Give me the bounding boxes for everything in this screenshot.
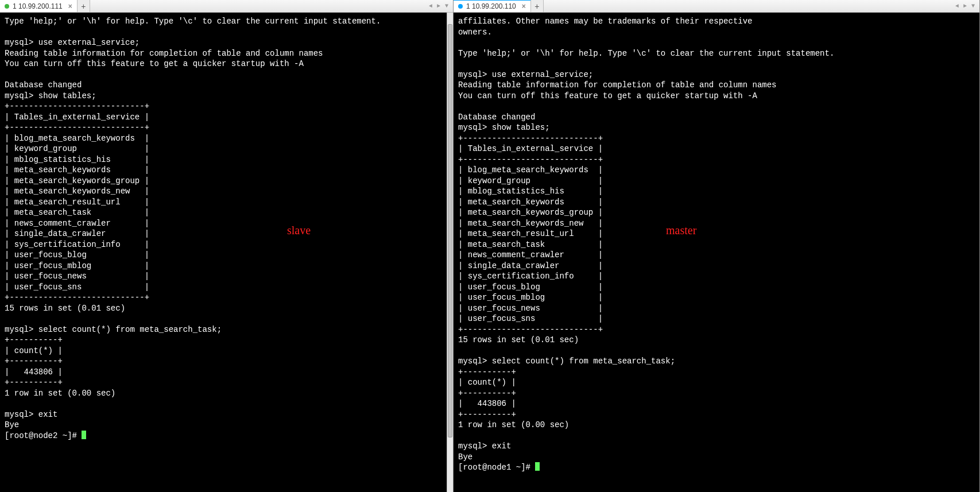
terminal-line: +----------------------------+: [5, 101, 448, 112]
tab-nav-arrows: ◄ ► ▼: [951, 0, 979, 12]
terminal-line: +----------------------------+: [5, 292, 448, 303]
new-tab-button[interactable]: +: [78, 0, 90, 12]
terminal-line: | count(*) |: [458, 377, 975, 388]
terminal-line: Reading table information for completion…: [5, 48, 448, 59]
nav-right-icon[interactable]: ►: [436, 3, 441, 9]
terminal-line: | user_focus_news |: [5, 271, 448, 282]
terminal-line: mysql> exit: [458, 441, 975, 452]
terminal-line: +----------+: [5, 335, 448, 346]
terminal-line: Bye: [5, 420, 448, 431]
terminal-line: | user_focus_news |: [458, 303, 975, 314]
terminal-line: | user_focus_blog |: [458, 282, 975, 293]
terminal-line: | blog_meta_search_keywords |: [458, 165, 975, 176]
close-icon[interactable]: ×: [522, 2, 526, 10]
tab-right-host[interactable]: 1 10.99.200.110 ×: [454, 0, 531, 12]
terminal-line: [root@node2 ~]#: [5, 431, 448, 441]
terminal-line: You can turn off this feature to get a q…: [458, 91, 975, 102]
status-dot-icon: [5, 4, 9, 9]
terminal-line: +----------------------------+: [5, 122, 448, 133]
terminal-line: [root@node1 ~]#: [458, 462, 975, 473]
terminal-line: +----------------------------+: [458, 324, 975, 335]
terminal-line: | 443806 |: [5, 367, 448, 378]
scrollbar-thumb[interactable]: [448, 24, 452, 437]
terminal-left[interactable]: Type 'help;' or '\h' for help. Type '\c'…: [0, 13, 453, 492]
terminal-line: mysql> show tables;: [458, 122, 975, 133]
right-tabbar: 1 10.99.200.110 × + ◄ ► ▼: [454, 0, 979, 13]
terminal-line: Type 'help;' or '\h' for help. Type '\c'…: [5, 16, 448, 27]
nav-right-icon[interactable]: ►: [962, 3, 968, 9]
plus-icon: +: [534, 2, 539, 11]
terminal-line: [5, 27, 448, 38]
terminal-line: | news_comment_crawler |: [458, 250, 975, 261]
terminal-line: | Tables_in_external_service |: [5, 112, 448, 123]
nav-left-icon[interactable]: ◄: [428, 3, 433, 9]
terminal-line: | sys_certification_info |: [5, 239, 448, 250]
terminal-line: Database changed: [5, 80, 448, 91]
tab-title: 1 10.99.200.110: [466, 2, 516, 10]
terminal-line: [5, 69, 448, 80]
terminal-line: | mblog_statistics_his |: [5, 154, 448, 165]
terminal-line: | user_focus_sns |: [5, 282, 448, 293]
tab-nav-arrows: ◄ ► ▼: [424, 0, 453, 12]
terminal-line: | single_data_crawler |: [5, 228, 448, 239]
plus-icon: +: [81, 2, 86, 11]
terminal-line: | meta_search_keywords_group |: [5, 176, 448, 187]
terminal-line: | count(*) |: [5, 346, 448, 357]
terminal-line: mysql> use external_service;: [458, 69, 975, 80]
annotation-slave: slave: [287, 225, 311, 236]
terminal-line: | mblog_statistics_his |: [458, 186, 975, 197]
scrollbar-track[interactable]: [447, 13, 453, 492]
terminal-line: +----------+: [458, 367, 975, 378]
left-tabbar: 1 10.99.200.111 × + ◄ ► ▼: [0, 0, 453, 13]
close-icon[interactable]: ×: [68, 2, 72, 10]
terminal-line: | news_comment_crawler |: [5, 218, 448, 229]
terminal-line: mysql> select count(*) from meta_search_…: [5, 324, 448, 335]
terminal-line: | Tables_in_external_service |: [458, 144, 975, 154]
terminal-line: Bye: [458, 452, 975, 463]
terminal-line: Reading table information for completion…: [458, 80, 975, 91]
terminal-line: | meta_search_keywords |: [458, 197, 975, 208]
cursor-icon: [535, 462, 540, 471]
terminal-line: 15 rows in set (0.01 sec): [5, 303, 448, 314]
terminal-line: | user_focus_blog |: [5, 250, 448, 261]
terminal-line: [458, 59, 975, 69]
terminal-line: 15 rows in set (0.01 sec): [458, 335, 975, 346]
status-dot-icon: [458, 4, 463, 9]
tab-left-host[interactable]: 1 10.99.200.111 ×: [0, 0, 78, 12]
terminal-line: | meta_search_result_url |: [5, 197, 448, 208]
nav-down-icon[interactable]: ▼: [444, 3, 450, 9]
terminal-line: mysql> show tables;: [5, 91, 448, 102]
terminal-line: | meta_search_task |: [5, 207, 448, 218]
terminal-line: | user_focus_mblog |: [5, 261, 448, 272]
new-tab-button[interactable]: +: [531, 0, 544, 12]
terminal-line: You can turn off this feature to get a q…: [5, 59, 448, 69]
terminal-line: mysql> exit: [5, 409, 448, 420]
terminal-line: | single_data_crawler |: [458, 261, 975, 272]
terminal-line: Type 'help;' or '\h' for help. Type '\c'…: [458, 48, 975, 59]
terminal-line: owners.: [458, 27, 975, 38]
terminal-line: | blog_meta_search_keywords |: [5, 133, 448, 144]
terminal-line: +----------+: [458, 388, 975, 399]
terminal-line: [458, 101, 975, 112]
terminal-line: +----------+: [458, 409, 975, 420]
terminal-right[interactable]: affiliates. Other names may be trademark…: [454, 13, 979, 492]
terminal-line: affiliates. Other names may be trademark…: [458, 16, 975, 27]
terminal-line: | meta_search_keywords_group |: [458, 207, 975, 218]
terminal-line: +----------+: [5, 377, 448, 388]
nav-down-icon[interactable]: ▼: [970, 3, 976, 9]
cursor-icon: [82, 431, 86, 439]
terminal-line: Database changed: [458, 112, 975, 123]
terminal-line: | meta_search_keywords_new |: [458, 218, 975, 229]
terminal-line: | user_focus_mblog |: [458, 292, 975, 303]
left-pane: 1 10.99.200.111 × + ◄ ► ▼ Type 'help;' o…: [0, 0, 454, 492]
terminal-line: | keyword_group |: [5, 144, 448, 154]
terminal-line: +----------+: [5, 356, 448, 367]
terminal-line: 1 row in set (0.00 sec): [5, 388, 448, 399]
terminal-line: | meta_search_keywords_new |: [5, 186, 448, 197]
nav-left-icon[interactable]: ◄: [954, 3, 960, 9]
terminal-line: | meta_search_keywords |: [5, 165, 448, 176]
terminal-line: +----------------------------+: [458, 154, 975, 165]
terminal-line: | meta_search_task |: [458, 239, 975, 250]
terminal-line: [5, 313, 448, 324]
terminal-line: [458, 346, 975, 357]
